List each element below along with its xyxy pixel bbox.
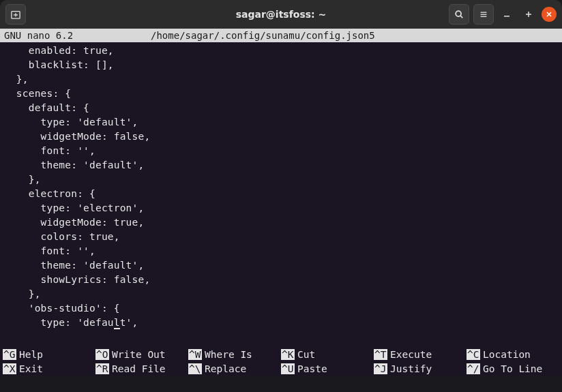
editor-line: theme: 'default', — [4, 158, 558, 172]
nano-version: GNU nano 6.2 — [4, 30, 151, 41]
shortcut-key: ^J — [374, 363, 387, 374]
shortcut-key: ^G — [3, 349, 16, 360]
close-button[interactable] — [542, 7, 557, 22]
editor-line: type: 'default', — [4, 115, 558, 130]
shortcut-label: Cut — [297, 349, 315, 360]
shortcut-label: Read File — [112, 363, 166, 374]
menu-button[interactable] — [473, 4, 494, 25]
text-cursor: l — [114, 317, 120, 329]
editor-line: colors: true, — [4, 230, 558, 244]
editor-line: 'obs-studio': { — [4, 301, 558, 316]
editor-line: scenes: { — [4, 87, 558, 101]
nano-shortcuts-bar: ^GHelp^OWrite Out^WWhere Is^KCut^TExecut… — [0, 347, 562, 376]
editor-viewport[interactable]: enabled: true, blacklist: [], }, scenes:… — [0, 42, 562, 347]
svg-line-4 — [460, 16, 462, 18]
svg-rect-10 — [526, 14, 531, 15]
window-title: sagar@itsfoss: ~ — [236, 9, 327, 20]
maximize-button[interactable] — [520, 5, 537, 23]
shortcut-label: Location — [483, 349, 531, 360]
search-icon — [454, 10, 464, 19]
editor-line: enabled: true, — [4, 44, 558, 58]
minimize-icon — [503, 10, 511, 18]
editor-line: font: '', — [4, 244, 558, 258]
editor-line: blacklist: [], — [4, 58, 558, 72]
editor-line: }, — [4, 287, 558, 301]
new-tab-button[interactable] — [5, 4, 26, 25]
editor-line: widgetMode: true, — [4, 215, 558, 230]
shortcut-label: Execute — [390, 349, 432, 360]
editor-line: default: { — [4, 101, 558, 115]
shortcut-item: ^GHelp — [3, 347, 95, 361]
editor-line: widgetMode: false, — [4, 130, 558, 144]
nano-filepath: /home/sagar/.config/sunamu/config.json5 — [151, 30, 558, 41]
svg-rect-6 — [481, 14, 487, 15]
editor-line: }, — [4, 172, 558, 187]
shortcut-label: Write Out — [112, 349, 166, 360]
svg-rect-2 — [14, 14, 18, 15]
svg-point-3 — [456, 11, 461, 16]
shortcut-item: ^CLocation — [467, 347, 559, 361]
plus-tab-icon — [11, 10, 20, 19]
editor-line: type: 'default', — [4, 316, 558, 330]
shortcut-item: ^JJustify — [374, 361, 467, 376]
minimize-button[interactable] — [498, 5, 516, 23]
shortcut-key: ^O — [95, 349, 109, 360]
search-button[interactable] — [449, 4, 469, 25]
shortcut-label: Help — [19, 349, 43, 360]
shortcut-key: ^X — [3, 363, 16, 374]
shortcut-item: ^OWrite Out — [95, 347, 188, 361]
shortcut-item: ^XExit — [3, 361, 95, 376]
svg-rect-5 — [481, 12, 487, 13]
shortcut-key: ^U — [281, 363, 295, 374]
shortcut-label: Where Is — [205, 349, 252, 360]
shortcut-key: ^T — [374, 349, 387, 360]
svg-rect-8 — [504, 16, 509, 17]
window-titlebar: sagar@itsfoss: ~ — [0, 0, 562, 29]
shortcut-item: ^RRead File — [95, 361, 188, 376]
editor-line: }, — [4, 72, 558, 87]
svg-rect-7 — [481, 16, 487, 17]
shortcut-label: Go To Line — [483, 363, 542, 374]
shortcut-key: ^/ — [467, 363, 480, 374]
plus-icon — [524, 10, 533, 18]
shortcut-item: ^TExecute — [374, 347, 467, 361]
shortcut-item: ^WWhere Is — [188, 347, 281, 361]
editor-line: showLyrics: false, — [4, 273, 558, 287]
shortcut-item: ^/Go To Line — [467, 361, 559, 376]
editor-line: theme: 'default', — [4, 258, 558, 273]
shortcut-key: ^C — [467, 349, 480, 360]
shortcut-key: ^K — [281, 349, 295, 360]
shortcut-label: Paste — [297, 363, 327, 374]
shortcut-label: Replace — [205, 363, 246, 374]
hamburger-icon — [479, 10, 488, 19]
shortcut-label: Exit — [19, 363, 43, 374]
editor-line: font: '', — [4, 144, 558, 158]
shortcut-item: ^KCut — [281, 347, 374, 361]
close-icon — [546, 11, 552, 18]
shortcut-key: ^R — [95, 363, 109, 374]
shortcut-label: Justify — [390, 363, 432, 374]
shortcut-key: ^\ — [188, 363, 202, 374]
editor-line: electron: { — [4, 187, 558, 201]
nano-header-bar: GNU nano 6.2 /home/sagar/.config/sunamu/… — [0, 29, 562, 42]
shortcut-item: ^\Replace — [188, 361, 281, 376]
shortcut-key: ^W — [188, 349, 202, 360]
editor-line: type: 'electron', — [4, 201, 558, 215]
shortcut-item: ^UPaste — [281, 361, 374, 376]
